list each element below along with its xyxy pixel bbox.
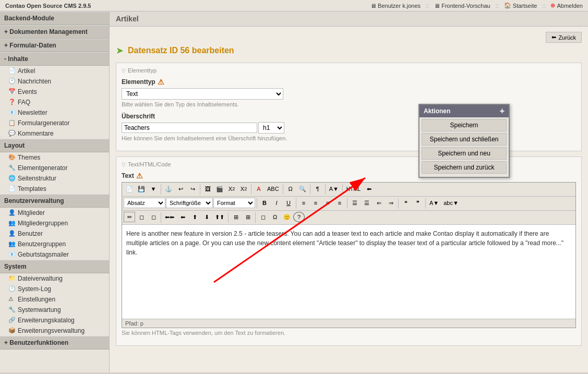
editor-btn4[interactable]: ⬅⬅: [163, 212, 176, 222]
editor-btn6[interactable]: ⬆: [189, 212, 200, 222]
editor-undo-btn[interactable]: ↩: [175, 184, 186, 194]
sidebar-item-dateiverwaltung[interactable]: 📁 Dateiverwaltung: [0, 273, 109, 284]
sidebar-item-system-log[interactable]: 🕐 System-Log: [0, 284, 109, 294]
back-button[interactable]: ⬅ Zurück: [546, 32, 582, 43]
aktionen-plus-button[interactable]: +: [500, 107, 505, 115]
align-left-button[interactable]: ≡: [298, 198, 309, 208]
content-area: Artikel ⬅ Zurück ➤ Datensatz ID 56 bearb…: [110, 11, 588, 372]
sidebar-item-erweiterungskatalog[interactable]: 🔗 Erweiterungskatalog: [0, 315, 109, 325]
editor-media-btn[interactable]: 🎬: [214, 184, 225, 194]
editor-nonbreak-btn[interactable]: ¶: [312, 184, 323, 194]
indent-button[interactable]: ⇒: [385, 198, 397, 208]
editor-color1-btn[interactable]: A: [253, 184, 265, 194]
heading-level-select[interactable]: h1 h2 h3: [258, 122, 284, 134]
paragraph-style-select[interactable]: Absatz: [124, 198, 165, 208]
sidebar-item-seitenstruktur[interactable]: 🌐 Seitenstruktur: [0, 173, 109, 184]
sidebar-item-mitglieder[interactable]: 👤 Mitglieder: [0, 208, 109, 218]
align-right-button[interactable]: ≡: [322, 198, 333, 208]
bold-button[interactable]: B: [259, 198, 270, 208]
sidebar-item-kommentare[interactable]: 💬 Kommentare: [0, 128, 109, 139]
editor-charmap2-btn[interactable]: Ω: [269, 212, 281, 222]
sidebar-item-systemwartung[interactable]: 🔧 Systemwartung: [0, 305, 109, 315]
abmelden-link[interactable]: ⊗ Abmelden: [550, 2, 583, 9]
editor-btn7[interactable]: ⬇: [201, 212, 212, 222]
align-justify-button[interactable]: ≡: [334, 198, 345, 208]
templates-icon: 📄: [8, 185, 16, 192]
toolbar-sep8: [257, 198, 257, 209]
editor-btn5[interactable]: ⬅: [177, 212, 188, 222]
list-ul-button[interactable]: ☰: [349, 198, 361, 208]
editor-new-doc-btn[interactable]: 📄: [124, 184, 135, 194]
sidebar-item-artikel[interactable]: 📄 Artikel: [0, 66, 109, 76]
sidebar-section-benutzerverwaltung[interactable]: Benutzerverwaltung: [0, 194, 109, 208]
editor-color2-btn[interactable]: A▼: [327, 184, 341, 194]
sidebar-item-einstellungen[interactable]: ⚠ Einstellungen: [0, 294, 109, 305]
sidebar-item-newsletter[interactable]: 📧 Newsletter: [0, 107, 109, 118]
toolbar-sep11: [398, 198, 399, 209]
editor-content[interactable]: Here is another new feature in version 2…: [122, 225, 575, 319]
sidebar-section-benutzerfunktionen[interactable]: + Benutzerfunktionen: [0, 336, 109, 349]
editor-table-btn[interactable]: ⊞: [230, 212, 242, 222]
sidebar-item-events[interactable]: 📅 Events: [0, 87, 109, 97]
blockquote-button[interactable]: ❝: [400, 198, 412, 208]
editor-link-btn[interactable]: ⚓: [163, 184, 174, 194]
sidebar-item-benutzergruppen[interactable]: 👥 Benutzergruppen: [0, 239, 109, 249]
frontend-vorschau-link[interactable]: 🖥 Frontend-Vorschau: [434, 3, 490, 9]
editor-save-btn[interactable]: 💾: [136, 184, 147, 194]
sidebar-item-mitgliedergruppen[interactable]: 👥 Mitgliedergruppen: [0, 218, 109, 228]
fontsize-select[interactable]: Schriftgröße: [166, 198, 213, 208]
elementtyp-select[interactable]: Text: [122, 88, 283, 100]
sidebar-item-formulargenerator[interactable]: 📋 Formulargenerator: [0, 118, 109, 128]
editor-help-btn[interactable]: ?: [293, 212, 305, 222]
sidebar-item-elementgenerator[interactable]: 🔧 Elementgenerator: [0, 163, 109, 173]
editor-layer-btn[interactable]: ◻: [257, 212, 269, 222]
align-center-button[interactable]: ≡: [310, 198, 321, 208]
sidebar-item-erweiterungsverwaltung[interactable]: 📦 Erweiterungsverwaltung: [0, 325, 109, 336]
format-select[interactable]: Format: [213, 198, 255, 208]
sidebar-section-system[interactable]: System: [0, 260, 109, 273]
editor-subscript-btn[interactable]: X2: [226, 184, 237, 194]
speichern-neu-button[interactable]: Speichern und neu: [422, 147, 507, 160]
sidebar-item-faq[interactable]: ❓ FAQ: [0, 97, 109, 107]
editor-redo-btn[interactable]: ↪: [187, 184, 198, 194]
sidebar-section-formular[interactable]: + Formular-Daten: [0, 39, 109, 52]
ueberschrift-input[interactable]: [122, 123, 257, 133]
editor-btn8[interactable]: ⬆⬆: [213, 212, 226, 222]
sidebar-section-layout[interactable]: Layout: [0, 139, 109, 152]
sidebar-item-benutzer[interactable]: 👤 Benutzer: [0, 228, 109, 239]
italic-button[interactable]: I: [271, 198, 282, 208]
editor-style-btn[interactable]: ▼: [148, 184, 159, 194]
elementtyp-input-group: Text: [122, 88, 576, 100]
speichern-zurueck-button[interactable]: Speichern und zurück: [422, 161, 507, 174]
editor-html-btn[interactable]: HTML: [344, 184, 363, 194]
artikel-icon: 📄: [8, 67, 16, 75]
list-ol-button[interactable]: ☰: [361, 198, 373, 208]
editor-smiley-btn[interactable]: 🙂: [281, 212, 293, 222]
outdent-button[interactable]: ⇐: [373, 198, 385, 208]
sidebar-section-inhalte[interactable]: - Inhalte: [0, 52, 109, 66]
editor-source-btn[interactable]: ⬅: [363, 184, 375, 194]
sidebar-item-templates[interactable]: 📄 Templates: [0, 184, 109, 194]
startseite-link[interactable]: 🏠 Startseite: [504, 2, 537, 9]
editor-search-btn[interactable]: 🔍: [297, 184, 308, 194]
sidebar-section-dokumenten[interactable]: + Dokumenten Management: [0, 25, 109, 39]
sidebar-item-geburtstagsmailer[interactable]: 📧 Geburtstagsmailer: [0, 249, 109, 260]
fg-color-button[interactable]: A▼: [427, 198, 441, 208]
blockquote2-button[interactable]: ❞: [412, 198, 424, 208]
editor-edit-btn[interactable]: ✏: [124, 212, 135, 222]
editor-btn3[interactable]: ◻: [148, 212, 159, 222]
sidebar-item-nachrichten[interactable]: 🕐 Nachrichten: [0, 76, 109, 87]
underline-button[interactable]: U: [283, 198, 294, 208]
speichern-schliessen-button[interactable]: Speichern und schließen: [422, 133, 507, 146]
speichern-button[interactable]: Speichern: [422, 119, 507, 131]
editor-btn2[interactable]: ◻: [136, 212, 147, 222]
sidebar-item-themes[interactable]: 🎨 Themes: [0, 152, 109, 163]
bg-color-button[interactable]: abc▼: [441, 198, 461, 208]
editor-spellcheck-btn[interactable]: ABC: [265, 184, 281, 194]
formulargenerator-icon: 📋: [8, 119, 16, 127]
topbar-user[interactable]: 🖥 Benutzer k.jones: [370, 3, 421, 9]
editor-charmap-btn[interactable]: Ω: [285, 184, 296, 194]
editor-table2-btn[interactable]: ⊞: [242, 212, 254, 222]
editor-superscript-btn[interactable]: X2: [238, 184, 249, 194]
editor-image-btn[interactable]: 🖼: [202, 184, 213, 194]
